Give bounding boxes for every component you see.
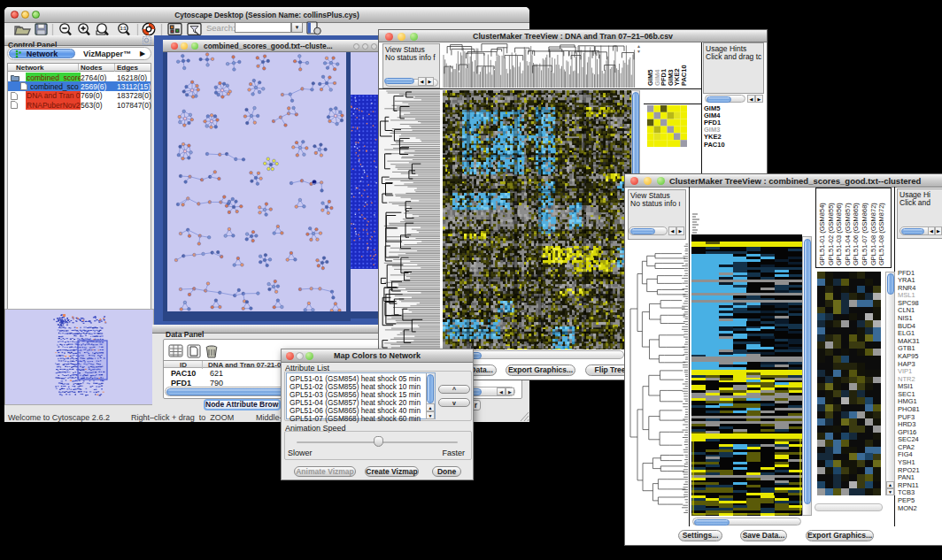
svg-text:1:1: 1:1 <box>120 26 126 31</box>
svg-text:Search:: Search: <box>206 23 236 33</box>
